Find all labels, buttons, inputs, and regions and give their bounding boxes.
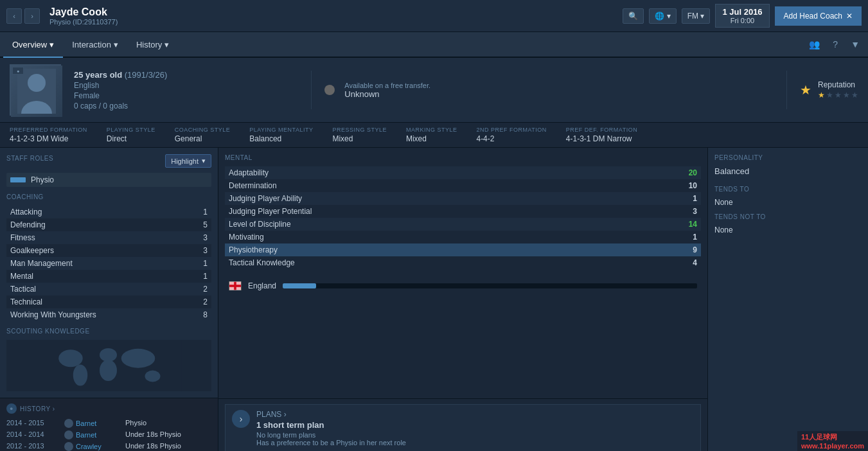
mental-row-physiotherapy: Physiotherapy 9 <box>225 243 701 256</box>
tab-overview[interactable]: Overview ▾ <box>3 32 63 58</box>
plans-detail-1: No long term plans <box>256 431 406 439</box>
star-4: ★ <box>843 91 850 100</box>
history-club-name-1: Barnet <box>76 431 96 439</box>
svg-point-9 <box>145 371 160 382</box>
top-icons: 🔍 🌐 ▾ FM ▾ 1 Jul 2016 Fri 0:00 Add Head … <box>623 4 862 28</box>
mental-name-judging-player-potential: Judging Player Potential <box>229 207 312 216</box>
top-bar: ‹ › Jayde Cook Physio (ID:29110377) 🔍 🌐 … <box>0 0 868 32</box>
mid-bottom-panel: › PLANS › 1 short term plan No long term… <box>218 398 707 451</box>
svg-point-8 <box>121 349 155 368</box>
attr-2nd-pref-formation: 2ND PREF FORMATION 4-4-2 <box>476 127 546 143</box>
fm-label: FM ▾ <box>687 12 705 21</box>
reputation-info: Reputation ★ ★ ★ ★ ★ <box>818 80 858 100</box>
mental-row-determination: Determination 10 <box>225 179 701 192</box>
history-year-2: 2012 - 2013 <box>6 442 55 451</box>
scouting-knowledge-mid: England <box>225 279 701 293</box>
mental-name-tactical-knowledge: Tactical Knowledge <box>229 258 295 267</box>
role-name-physio: Physio <box>31 175 54 184</box>
star-2: ★ <box>826 91 833 100</box>
back-button[interactable]: ‹ <box>6 8 22 24</box>
history-club-1: Barnet <box>64 430 116 439</box>
attr-value-marking-style: Mixed <box>406 134 457 143</box>
mental-val-determination: 10 <box>689 181 697 190</box>
close-icon: ✕ <box>846 12 853 21</box>
club-icon-barnet-0 <box>64 419 73 428</box>
history-club-2: Crawley <box>64 442 116 451</box>
plans-title: PLANS › <box>256 410 406 419</box>
coaching-row-fitness: Fitness 3 <box>6 231 211 244</box>
history-year-0: 2014 - 2015 <box>6 419 55 428</box>
role-bar <box>10 177 26 182</box>
mental-section: MENTAL Adaptability 20 Determination 10 … <box>225 154 701 269</box>
transfer-value: Unknown <box>344 89 430 99</box>
tends-to-section: TENDS TO None <box>714 186 862 207</box>
nav-right-icons: 👥 ? ▼ <box>804 37 865 52</box>
profile-gender: Female <box>74 91 298 100</box>
personality-section: PERSONALITY Balanced <box>714 154 862 176</box>
coaching-name-technical: Technical <box>10 297 42 306</box>
date-display: 1 Jul 2016 Fri 0:00 <box>715 4 769 28</box>
avatar: ● <box>10 64 61 116</box>
search-button[interactable]: 🔍 <box>623 8 644 24</box>
coaching-row-tactical: Tactical 2 <box>6 283 211 296</box>
mental-section-header: MENTAL <box>225 154 701 161</box>
mental-row-adaptability: Adaptability 20 <box>225 166 701 179</box>
attr-label-marking-style: MARKING STYLE <box>406 127 457 133</box>
mental-val-physiotherapy: 9 <box>693 245 697 254</box>
mental-name-adaptability: Adaptability <box>229 168 269 177</box>
attr-playing-style: PLAYING STYLE Direct <box>107 127 155 143</box>
attr-label-preferred-formation: PREFERRED FORMATION <box>10 127 87 133</box>
highlight-dropdown[interactable]: Highlight ▾ <box>165 154 211 168</box>
personality-section-header: PERSONALITY <box>714 154 862 161</box>
coaching-val-goalkeepers: 3 <box>203 246 208 255</box>
tab-history[interactable]: History ▾ <box>127 32 178 58</box>
globe-button[interactable]: 🌐 ▾ <box>649 8 677 24</box>
coaching-name-goalkeepers: Goalkeepers <box>10 246 54 255</box>
world-map <box>6 340 211 391</box>
attr-marking-style: MARKING STYLE Mixed <box>406 127 457 143</box>
coaching-name-man-management: Man Management <box>10 259 73 268</box>
star-3: ★ <box>835 91 842 100</box>
history-role-0: Physio <box>125 419 146 428</box>
age-text: 25 years old <box>74 70 122 80</box>
fm-button[interactable]: FM ▾ <box>682 8 711 24</box>
scouting-section: SCOUTING KNOWLEDGE <box>6 328 211 391</box>
svg-rect-14 <box>234 282 236 290</box>
help-icon-button[interactable]: ? <box>828 37 843 52</box>
expand-icon-button[interactable]: ▼ <box>846 37 865 52</box>
mid-top-panel: MENTAL Adaptability 20 Determination 10 … <box>218 148 707 398</box>
history-label: HISTORY › <box>20 405 55 412</box>
coaching-name-fitness: Fitness <box>10 233 35 242</box>
coaching-name-attacking: Attacking <box>10 208 42 217</box>
tab-interaction[interactable]: Interaction ▾ <box>63 32 127 58</box>
attr-coaching-style: COACHING STYLE General <box>175 127 231 143</box>
mental-name-determination: Determination <box>229 181 277 190</box>
people-icon-button[interactable]: 👥 <box>804 37 825 52</box>
profile-age: 25 years old (1991/3/26) <box>74 70 298 80</box>
transfer-info: Available on a free transfer. Unknown <box>344 82 430 99</box>
add-head-coach-button[interactable]: Add Head Coach ✕ <box>775 6 862 26</box>
search-icon: 🔍 <box>628 12 638 21</box>
coaching-section-header: COACHING <box>6 193 211 200</box>
plans-arrow-icon[interactable]: › <box>232 410 250 428</box>
mental-row-level-of-discipline: Level of Discipline 14 <box>225 218 701 231</box>
attr-label-coaching-style: COACHING STYLE <box>175 127 231 133</box>
history-club-name-2: Crawley <box>76 443 102 450</box>
birth-date: (1991/3/26) <box>125 70 168 80</box>
attr-pressing-style: PRESSING STYLE Mixed <box>332 127 387 143</box>
coaching-row-defending: Defending 5 <box>6 218 211 231</box>
coaching-val-man-management: 1 <box>203 259 208 268</box>
attr-value-pref-def-formation: 4-1-3-1 DM Narrow <box>566 134 637 143</box>
star-1: ★ <box>818 91 825 100</box>
mental-row-tactical-knowledge: Tactical Knowledge 4 <box>225 256 701 269</box>
profile-section: ● 25 years old (1991/3/26) English Femal… <box>0 58 868 123</box>
coaching-row-working-with-youngsters: Working With Youngsters 8 <box>6 308 211 321</box>
forward-button[interactable]: › <box>24 8 40 24</box>
history-role-1: Under 18s Physio <box>125 430 181 439</box>
main-panels: STAFF ROLES Highlight ▾ Physio COACHING … <box>0 148 868 451</box>
tab-interaction-chevron: ▾ <box>114 40 118 49</box>
tab-interaction-label: Interaction <box>72 40 111 49</box>
staff-roles-header: STAFF ROLES Highlight ▾ <box>6 154 211 168</box>
left-top-panel: STAFF ROLES Highlight ▾ Physio COACHING … <box>0 148 218 398</box>
coaching-row-mental: Mental 1 <box>6 270 211 283</box>
